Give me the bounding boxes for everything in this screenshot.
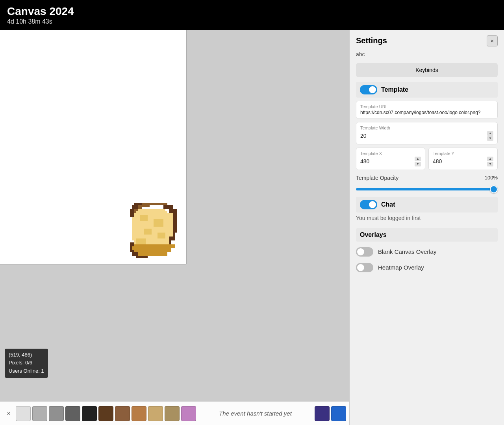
color-swatch-3[interactable] [65, 406, 80, 421]
template-toggle-slider [360, 85, 377, 94]
blank-canvas-toggle-slider [356, 247, 373, 257]
blank-canvas-overlay-item: Blank Canvas Overlay [356, 245, 498, 259]
chat-login-message: You must be logged in first [356, 213, 498, 224]
palette-close-button[interactable]: × [3, 408, 14, 419]
template-x-up[interactable]: ▲ [415, 157, 421, 161]
color-swatch-9[interactable] [165, 406, 180, 421]
timer: 4d 10h 38m 43s [7, 18, 497, 25]
template-url-value[interactable]: https://cdn.sc07.company/logos/toast.ooo… [360, 110, 493, 115]
opacity-value: 100% [483, 175, 498, 181]
template-y-down[interactable]: ▼ [487, 162, 493, 166]
color-swatch-0[interactable] [16, 406, 31, 421]
color-swatch-7[interactable] [132, 406, 146, 421]
template-width-value[interactable]: 20 [360, 133, 367, 139]
template-width-label: Template Width [360, 126, 493, 130]
svg-rect-27 [169, 213, 173, 237]
toast-pixel-art [130, 203, 181, 260]
coords-text: (519, 486) [9, 351, 44, 359]
header: Canvas 2024 4d 10h 38m 43s [0, 0, 504, 30]
svg-rect-9 [142, 203, 150, 207]
template-x-label: Template X [360, 151, 421, 156]
template-width-up[interactable]: ▲ [487, 131, 493, 136]
svg-rect-6 [130, 209, 134, 217]
template-section: Template Template URL https://cdn.sc07.c… [356, 82, 498, 192]
template-y-label: Template Y [433, 151, 493, 156]
template-width-field: Template Width 20 ▲ ▼ [356, 122, 498, 144]
color-swatch-5[interactable] [98, 406, 113, 421]
template-toggle[interactable] [360, 85, 377, 94]
color-swatch-12[interactable] [331, 406, 346, 421]
template-xy-row: Template X 480 ▲ ▼ Template Y [356, 148, 498, 170]
svg-rect-14 [173, 215, 177, 225]
chat-section: Chat You must be logged in first [356, 197, 498, 224]
template-x-down[interactable]: ▼ [415, 162, 421, 166]
color-swatch-8[interactable] [148, 406, 163, 421]
svg-rect-36 [171, 244, 175, 248]
canvas-area[interactable]: (519, 486) Pixels: 0/6 Users Online: 1 ×… [0, 30, 349, 425]
settings-header: Settings × [350, 30, 504, 50]
template-x-spinners: ▲ ▼ [415, 157, 421, 166]
template-y-spinners: ▲ ▼ [487, 157, 493, 166]
palette-bar: × The event hasn't started yet [0, 401, 349, 425]
template-x-field: Template X 480 ▲ ▼ [356, 148, 425, 170]
settings-content: abc Keybinds Template Template URL http [350, 50, 504, 281]
opacity-slider-container [356, 185, 498, 192]
svg-rect-30 [144, 229, 152, 235]
template-y-field: Template Y 480 ▲ ▼ [428, 148, 498, 170]
svg-rect-34 [138, 252, 167, 256]
event-banner: The event hasn't started yet [198, 410, 313, 417]
color-swatch-1[interactable] [32, 406, 47, 421]
svg-rect-29 [154, 219, 163, 227]
svg-rect-25 [136, 211, 167, 213]
chat-toggle-slider [360, 200, 377, 209]
opacity-row: Template Opacity 100% [356, 173, 498, 192]
chat-section-title: Chat [381, 201, 395, 208]
chat-toggle[interactable] [360, 200, 377, 209]
abc-label: abc [356, 50, 498, 58]
svg-rect-26 [132, 217, 136, 240]
color-swatch-2[interactable] [49, 406, 64, 421]
close-settings-button[interactable]: × [487, 35, 498, 46]
svg-rect-31 [158, 233, 165, 238]
blank-canvas-overlay-label: Blank Canvas Overlay [378, 248, 436, 255]
color-swatch-6[interactable] [115, 406, 130, 421]
canvas-divider-vertical [186, 30, 187, 264]
template-x-spinner-row: 480 ▲ ▼ [360, 157, 421, 166]
svg-rect-12 [163, 205, 173, 209]
heatmap-overlay-label: Heatmap Overlay [378, 264, 424, 271]
svg-rect-33 [134, 244, 171, 252]
blank-canvas-toggle[interactable] [356, 247, 373, 257]
svg-rect-35 [132, 246, 136, 250]
color-swatch-10[interactable] [181, 406, 196, 421]
canvas-divider-horizontal [0, 264, 186, 264]
template-width-spinners: ▲ ▼ [487, 131, 493, 141]
color-swatch-4[interactable] [82, 406, 97, 421]
color-swatch-11[interactable] [315, 406, 330, 421]
template-url-field: Template URL https://cdn.sc07.company/lo… [356, 101, 498, 119]
template-section-title: Template [381, 86, 408, 93]
svg-rect-32 [136, 238, 146, 244]
template-y-up[interactable]: ▲ [487, 157, 493, 161]
main-layout: (519, 486) Pixels: 0/6 Users Online: 1 ×… [0, 30, 504, 425]
template-x-value[interactable]: 480 [360, 158, 369, 164]
svg-rect-28 [140, 215, 148, 221]
users-online-text: Users Online: 1 [9, 367, 44, 375]
template-y-value[interactable]: 480 [433, 158, 442, 164]
opacity-slider[interactable] [356, 188, 498, 190]
svg-rect-10 [150, 203, 158, 205]
template-width-down[interactable]: ▼ [487, 136, 493, 141]
overlays-section: Overlays Blank Canvas Overlay [356, 228, 498, 275]
svg-rect-11 [158, 203, 167, 205]
opacity-label: Template Opacity [356, 175, 398, 181]
app-title: Canvas 2024 [7, 5, 497, 18]
template-width-spinner-row: 20 ▲ ▼ [360, 131, 493, 141]
heatmap-overlay-item: Heatmap Overlay [356, 261, 498, 275]
settings-panel: Settings × abc Keybinds Template [349, 30, 504, 425]
chat-section-header: Chat [356, 197, 498, 213]
keybinds-button[interactable]: Keybinds [356, 63, 498, 77]
heatmap-toggle[interactable] [356, 263, 373, 272]
svg-rect-4 [132, 205, 136, 209]
overlays-section-title: Overlays [356, 228, 498, 242]
svg-rect-8 [138, 205, 142, 209]
template-section-header: Template [356, 82, 498, 98]
